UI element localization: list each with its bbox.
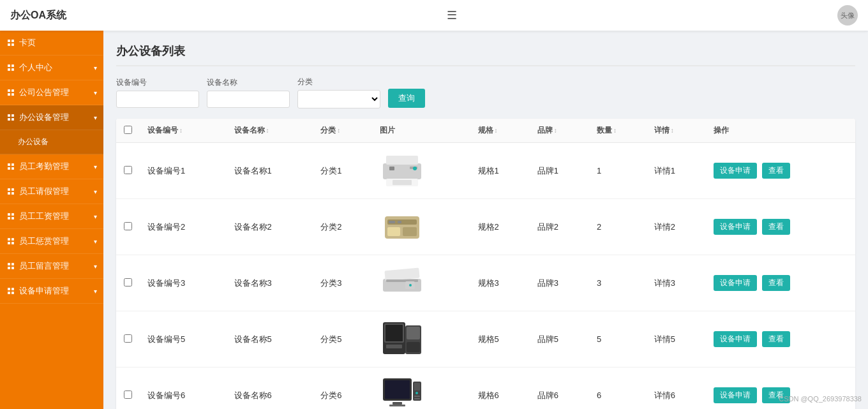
svg-rect-11 [389, 221, 395, 223]
svg-rect-10 [403, 227, 417, 236]
device-table-wrapper: 设备编号↕ 设备名称↕ 分类↕ 图片 规格↕ 品牌↕ 数量↕ 详情↕ 操作 [116, 119, 855, 409]
cell-brand: 品牌2 [530, 199, 589, 255]
device-no-input[interactable] [116, 91, 199, 108]
cell-category: 分类6 [313, 368, 372, 410]
row-checkbox-4[interactable] [124, 390, 132, 399]
cell-image [372, 255, 470, 311]
cell-detail: 详情6 [647, 368, 706, 410]
th-category[interactable]: 分类↕ [313, 119, 372, 143]
layout: 卡页 个人中心 ▾ 公司公告管理 ▾ 办公设备管理 ▾ 办公设备 员工考勤管理 … [0, 31, 868, 409]
svg-rect-22 [407, 327, 420, 339]
filter-device-no-label: 设备编号 [116, 77, 199, 88]
grid-icon [8, 114, 14, 121]
chevron-down-icon: ▾ [94, 238, 97, 245]
apply-button[interactable]: 设备申请 [714, 275, 757, 291]
cell-device-no: 设备编号6 [140, 368, 227, 410]
sidebar-item-notice[interactable]: 公司公告管理 ▾ [0, 80, 103, 105]
svg-rect-30 [414, 383, 420, 390]
grid-icon [8, 213, 14, 219]
svg-rect-26 [385, 380, 410, 399]
row-checkbox-1[interactable] [124, 222, 132, 230]
view-button[interactable]: 查看 [762, 275, 790, 291]
apply-button[interactable]: 设备申请 [714, 219, 757, 235]
row-checkbox-2[interactable] [124, 278, 132, 286]
th-device-name[interactable]: 设备名称↕ [227, 119, 313, 143]
menu-toggle-icon[interactable]: ☰ [447, 8, 457, 22]
category-select[interactable]: 分类1 分类2 分类3 [297, 90, 380, 108]
filter-bar: 设备编号 设备名称 分类 分类1 分类2 分类3 查询 [116, 77, 855, 108]
row-checkbox-cell [116, 368, 140, 410]
svg-rect-23 [386, 345, 402, 348]
avatar[interactable]: 头像 [837, 5, 858, 26]
cell-qty: 6 [589, 368, 647, 410]
th-detail[interactable]: 详情↕ [647, 119, 706, 143]
table-row: 设备编号2 设备名称2 分类2 规格2 品牌2 2 详情2 设备申请 查看 [116, 199, 855, 255]
cell-device-no: 设备编号1 [140, 143, 227, 199]
sidebar-item-leave[interactable]: 员工请假管理 ▾ [0, 179, 103, 204]
apply-button[interactable]: 设备申请 [714, 387, 757, 403]
sidebar-item-salary[interactable]: 员工工资管理 ▾ [0, 204, 103, 229]
cell-category: 分类2 [313, 199, 372, 255]
svg-rect-33 [414, 398, 420, 399]
row-checkbox-0[interactable] [124, 166, 132, 174]
chevron-down-icon: ▾ [94, 213, 97, 220]
th-device-no[interactable]: 设备编号↕ [140, 119, 227, 143]
cell-qty: 2 [589, 199, 647, 255]
sidebar-item-home[interactable]: 卡页 [0, 31, 103, 56]
sidebar: 卡页 个人中心 ▾ 公司公告管理 ▾ 办公设备管理 ▾ 办公设备 员工考勤管理 … [0, 31, 103, 409]
header: 办公OA系统 ☰ 头像 [0, 0, 868, 31]
view-button[interactable]: 查看 [762, 163, 790, 179]
sidebar-item-equip-apply[interactable]: 设备申请管理 ▾ [0, 279, 103, 304]
sidebar-item-personal[interactable]: 个人中心 ▾ [0, 56, 103, 80]
cell-qty: 3 [589, 255, 647, 311]
apply-button[interactable]: 设备申请 [714, 163, 757, 179]
cell-category: 分类3 [313, 255, 372, 311]
th-qty[interactable]: 数量↕ [589, 119, 647, 143]
grid-icon [8, 40, 14, 46]
grid-icon [8, 163, 14, 170]
cell-action: 设备申请 查看 [706, 255, 855, 311]
svg-rect-27 [393, 402, 402, 405]
chevron-down-icon: ▾ [94, 188, 97, 195]
svg-rect-9 [387, 227, 400, 236]
svg-rect-0 [383, 163, 421, 179]
cell-spec: 规格6 [470, 368, 530, 410]
filter-device-no: 设备编号 [116, 77, 199, 108]
cell-device-name: 设备名称3 [227, 255, 313, 311]
sidebar-item-equipment[interactable]: 办公设备管理 ▾ [0, 105, 103, 130]
th-spec[interactable]: 规格↕ [470, 119, 530, 143]
cell-detail: 详情1 [647, 143, 706, 199]
cell-brand: 品牌6 [530, 368, 589, 410]
table-row: 设备编号3 设备名称3 分类3 规格3 品牌3 3 详情3 设备申请 查看 [116, 255, 855, 311]
svg-rect-5 [393, 180, 412, 185]
cell-qty: 5 [589, 311, 647, 368]
main-content: 办公设备列表 设备编号 设备名称 分类 分类1 分类2 分类3 查询 [103, 31, 868, 409]
sidebar-item-attendance[interactable]: 员工考勤管理 ▾ [0, 154, 103, 179]
svg-point-17 [409, 284, 412, 286]
apply-button[interactable]: 设备申请 [714, 331, 757, 347]
svg-rect-3 [389, 167, 394, 170]
cell-image [372, 143, 470, 199]
cell-detail: 详情2 [647, 199, 706, 255]
cell-qty: 1 [589, 143, 647, 199]
select-all-checkbox[interactable] [124, 126, 132, 134]
cell-device-name: 设备名称5 [227, 311, 313, 368]
row-checkbox-cell [116, 199, 140, 255]
cell-action: 设备申请 查看 [706, 199, 855, 255]
row-checkbox-3[interactable] [124, 334, 132, 343]
svg-rect-12 [398, 221, 401, 223]
sidebar-item-equipment-sub[interactable]: 办公设备 [0, 130, 103, 154]
view-button[interactable]: 查看 [762, 387, 790, 403]
device-name-input[interactable] [207, 91, 290, 108]
th-brand[interactable]: 品牌↕ [530, 119, 589, 143]
search-button[interactable]: 查询 [388, 89, 425, 108]
filter-device-name-label: 设备名称 [207, 77, 290, 88]
sidebar-item-punish[interactable]: 员工惩赏管理 ▾ [0, 229, 103, 254]
svg-rect-1 [386, 156, 418, 165]
chevron-down-icon: ▾ [94, 114, 97, 121]
view-button[interactable]: 查看 [762, 331, 790, 347]
sidebar-item-suggestion[interactable]: 员工留言管理 ▾ [0, 254, 103, 279]
cell-image [372, 199, 470, 255]
cell-category: 分类1 [313, 143, 372, 199]
view-button[interactable]: 查看 [762, 219, 790, 235]
